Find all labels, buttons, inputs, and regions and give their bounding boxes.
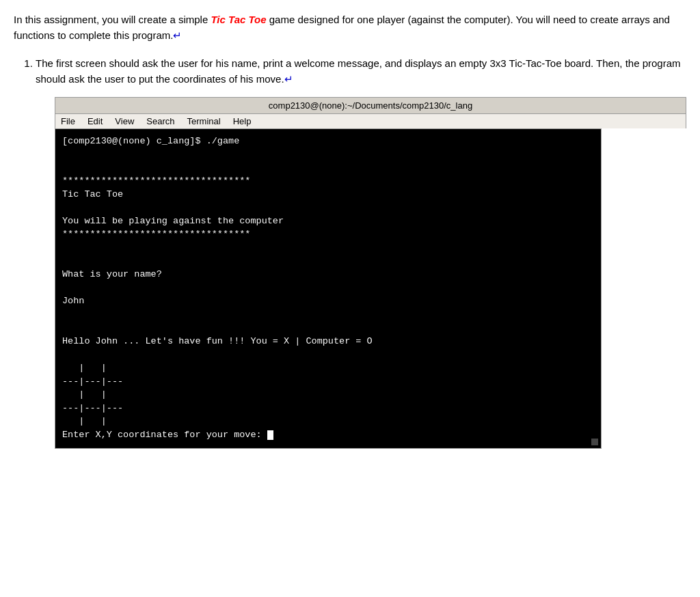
return-arrow-2: ↵ [284, 73, 293, 85]
menu-search[interactable]: Search [146, 116, 174, 126]
intro-paragraph: In this assignment, you will create a si… [14, 12, 686, 43]
terminal-board-sep2: ---|---|--- [62, 402, 594, 415]
menu-help[interactable]: Help [233, 116, 252, 126]
terminal-title-bar: comp2130@(none):~/Documents/comp2130/c_l… [55, 97, 686, 113]
terminal-line-name-prompt: What is your name? [62, 268, 594, 281]
terminal-menu-bar[interactable]: File Edit View Search Terminal Help [55, 113, 686, 128]
terminal-blank-5 [62, 255, 594, 268]
terminal-line-playing: You will be playing against the computer [62, 214, 594, 228]
terminal-title: comp2130@(none):~/Documents/comp2130/c_l… [269, 100, 472, 111]
terminal-line-title: Tic Tac Toe [62, 188, 594, 202]
terminal-line-1: [comp2130@(none) c_lang]$ ./game [62, 135, 594, 148]
terminal-line-john: John [62, 294, 594, 308]
terminal-line-stars-1: ********************************** [62, 174, 594, 188]
menu-edit[interactable]: Edit [88, 116, 103, 126]
terminal-blank-8 [62, 321, 594, 335]
list-item-1: The first screen should ask the user for… [36, 55, 686, 87]
terminal-board-sep1: ---|---|--- [62, 375, 594, 389]
return-arrow-1: ↵ [173, 29, 182, 41]
game-title: Tic Tac Toe [211, 14, 266, 25]
page-body: In this assignment, you will create a si… [14, 12, 686, 449]
terminal-board-row3: | | [62, 415, 594, 428]
terminal-board-row2: | | [62, 388, 594, 402]
terminal-blank-1 [62, 148, 594, 161]
terminal-blank-2 [62, 161, 594, 175]
terminal-line-coords: Enter X,Y coordinates for your move: [62, 428, 594, 442]
terminal-blank-6 [62, 281, 594, 295]
terminal-blank-7 [62, 308, 594, 322]
menu-file[interactable]: File [61, 116, 75, 126]
terminal-line-hello: Hello John ... Let's have fun !!! You = … [62, 335, 594, 348]
intro-text-before: In this assignment, you will create a si… [14, 14, 211, 25]
terminal-body: [comp2130@(none) c_lang]$ ./game *******… [55, 128, 602, 449]
terminal-blank-3 [62, 201, 594, 214]
list-item-1-text: The first screen should ask the user for… [36, 57, 681, 85]
assignment-list: The first screen should ask the user for… [36, 55, 686, 87]
terminal-resize-handle[interactable] [591, 439, 598, 445]
terminal-blank-4 [62, 241, 594, 255]
terminal-line-stars-2: ********************************** [62, 227, 594, 241]
terminal-board-row1: | | [62, 361, 594, 375]
terminal-blank-9 [62, 348, 594, 362]
menu-terminal[interactable]: Terminal [187, 116, 221, 126]
terminal-wrapper: comp2130@(none):~/Documents/comp2130/c_l… [55, 97, 686, 449]
menu-view[interactable]: View [115, 116, 134, 126]
terminal-cursor [267, 430, 273, 440]
